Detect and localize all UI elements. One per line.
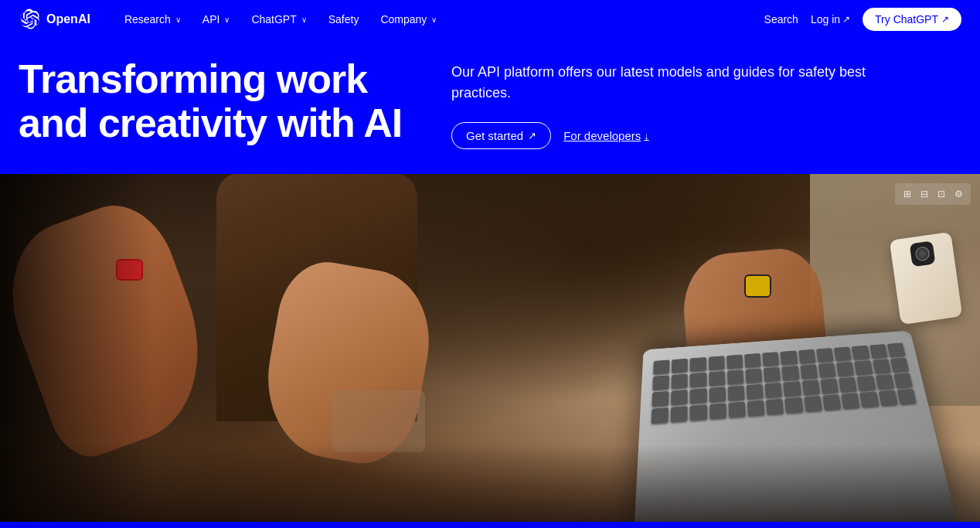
toolbar-icon-3[interactable]: ⊡ (934, 186, 949, 202)
logo[interactable]: OpenAI (19, 9, 90, 30)
try-chatgpt-button[interactable]: Try ChatGPT ↗ (863, 8, 961, 31)
image-toolbar: ⊞ ⊟ ⊡ ⚙ (895, 183, 971, 205)
hero-right: Our API platform offers our latest model… (451, 57, 961, 149)
nav-company[interactable]: Company ∨ (371, 7, 446, 32)
nav-research[interactable]: Research ∨ (115, 7, 190, 32)
navigation: OpenAI Research ∨ API ∨ ChatGPT ∨ Safety… (0, 0, 980, 39)
toolbar-settings-icon[interactable]: ⚙ (951, 186, 966, 202)
research-chevron-icon: ∨ (175, 15, 181, 24)
for-developers-button[interactable]: For developers ↓ (563, 129, 649, 142)
hero-section: Transforming work and creativity with AI… (0, 39, 980, 174)
hero-scene (0, 174, 980, 522)
login-link[interactable]: Log in ↗ (811, 13, 850, 26)
api-chevron-icon: ∨ (224, 15, 230, 24)
nav-chatgpt[interactable]: ChatGPT ∨ (242, 7, 315, 32)
nav-right: Search Log in ↗ Try ChatGPT ↗ (764, 8, 961, 31)
phone-camera (910, 240, 936, 267)
hero-title: Transforming work and creativity with AI (19, 57, 420, 145)
toolbar-icon-2[interactable]: ⊟ (917, 186, 932, 202)
laptop-keyboard (639, 331, 929, 432)
camera-lens (914, 246, 930, 261)
dark-overlay-bottom (0, 445, 980, 522)
get-started-button[interactable]: Get started ↗ (451, 122, 551, 149)
nav-api[interactable]: API ∨ (193, 7, 240, 32)
trackpad (332, 390, 425, 452)
hero-image-section: ⊞ ⊟ ⊡ ⚙ (0, 174, 980, 522)
brand-name: OpenAI (46, 12, 90, 26)
chatgpt-chevron-icon: ∨ (301, 15, 307, 24)
hero-buttons: Get started ↗ For developers ↓ (451, 122, 961, 149)
company-chevron-icon: ∨ (431, 15, 437, 24)
toolbar-icon-1[interactable]: ⊞ (900, 186, 915, 202)
search-link[interactable]: Search (764, 13, 798, 26)
watch-right (744, 274, 771, 298)
nav-safety[interactable]: Safety (319, 7, 369, 32)
hero-left: Transforming work and creativity with AI (19, 57, 420, 145)
hero-description: Our API platform offers our latest model… (451, 62, 884, 104)
nav-links: Research ∨ API ∨ ChatGPT ∨ Safety Compan… (115, 7, 764, 32)
phone (890, 232, 963, 325)
